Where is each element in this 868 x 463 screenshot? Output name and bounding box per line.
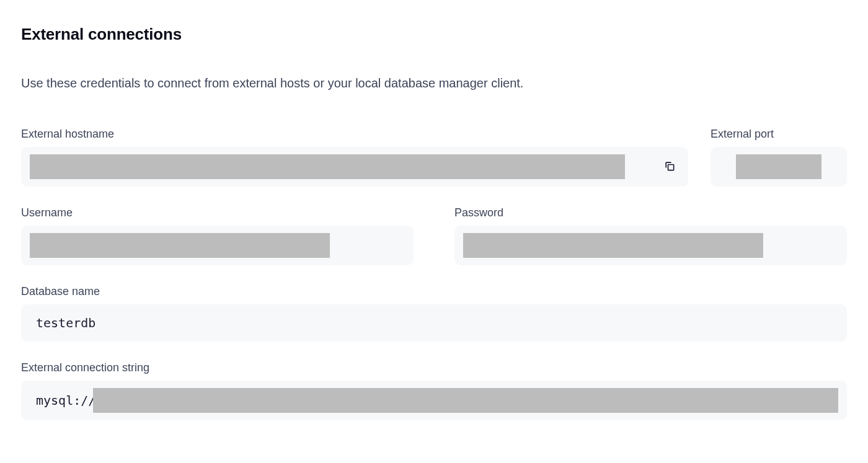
connection-string-label: External connection string	[21, 361, 847, 374]
password-redacted-value	[463, 233, 763, 258]
username-label: Username	[21, 206, 414, 219]
username-group: Username	[21, 206, 414, 265]
password-field[interactable]	[454, 226, 847, 265]
intro-text: Use these credentials to connect from ex…	[21, 74, 560, 93]
username-redacted-value	[30, 233, 330, 258]
external-hostname-redacted-value	[30, 154, 625, 179]
database-name-label: Database name	[21, 285, 847, 298]
row-dbname: Database name testerdb	[21, 285, 847, 342]
page-title: External connections	[21, 25, 847, 44]
svg-rect-0	[668, 164, 674, 170]
username-field[interactable]	[21, 226, 414, 265]
password-group: Password	[454, 206, 847, 265]
copy-hostname-button[interactable]	[660, 156, 680, 178]
external-port-field[interactable]	[711, 147, 847, 187]
database-name-value: testerdb	[30, 315, 95, 330]
connection-string-redacted-value	[93, 388, 838, 413]
connection-string-group: External connection string mysql://	[21, 361, 847, 420]
database-name-field[interactable]: testerdb	[21, 304, 847, 342]
copy-icon	[663, 160, 676, 174]
row-username-password: Username Password	[21, 206, 847, 265]
row-connstr: External connection string mysql://	[21, 361, 847, 420]
external-port-group: External port	[711, 128, 847, 187]
connection-string-field[interactable]: mysql://	[21, 381, 847, 420]
password-label: Password	[454, 206, 847, 219]
external-port-redacted-value	[736, 154, 822, 179]
external-hostname-group: External hostname	[21, 128, 688, 187]
database-name-group: Database name testerdb	[21, 285, 847, 342]
external-hostname-field[interactable]	[21, 147, 688, 187]
external-port-label: External port	[711, 128, 847, 141]
external-hostname-label: External hostname	[21, 128, 688, 141]
connection-string-prefix: mysql://	[30, 393, 95, 408]
row-hostname-port: External hostname External port	[21, 128, 847, 187]
